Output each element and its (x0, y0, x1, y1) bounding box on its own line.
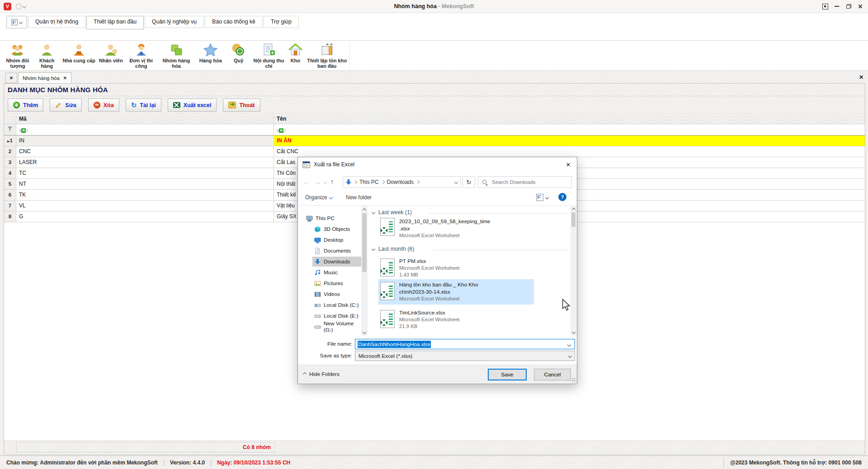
minimize-button[interactable] (831, 0, 843, 12)
breadcrumb-downloads[interactable]: Downloads (387, 179, 414, 185)
cancel-button[interactable]: Cancel (534, 369, 571, 380)
scrollbar-thumb[interactable] (362, 213, 367, 272)
tai-lai-button[interactable]: ↻Tải lại (126, 98, 161, 112)
sua-button[interactable]: Sửa (50, 98, 81, 112)
file-name: .xlsx (399, 225, 410, 232)
new-folder-button[interactable]: New folder (346, 194, 372, 201)
ribbon-item-kho[interactable]: Kho (287, 42, 303, 69)
breadcrumb-this-pc[interactable]: This PC (359, 179, 379, 185)
ribbon-tab-quan-tri-he-thong[interactable]: Quản trị hệ thống (28, 16, 85, 28)
them-button[interactable]: Thêm (8, 98, 43, 112)
breadcrumb-separator-icon (354, 180, 357, 184)
recent-locations-chevron-icon[interactable] (324, 180, 327, 184)
address-dropdown-icon[interactable] (454, 180, 458, 184)
cell-ma[interactable]: LASER (16, 157, 274, 168)
grid-filter-cell-ma[interactable]: aBc (16, 124, 274, 136)
tabstrip-close-left-button[interactable]: ✕ (5, 73, 17, 83)
ribbon-tab-bao-cao-thong-ke[interactable]: Báo cáo thống kê (205, 16, 263, 28)
list-item-selected[interactable]: Hàng tồn kho ban đầu _ Kho Kho chính2023… (378, 279, 534, 305)
file-name-input[interactable]: DanhSachNhomHangHoa.xlsx (355, 339, 575, 349)
ribbon-tab-tro-giup[interactable]: Trợ giúp (264, 16, 299, 28)
sidebar-item-new-volume-g[interactable]: New Volume (G:) (312, 322, 364, 332)
sidebar-scrollbar[interactable] (361, 206, 368, 336)
document-tabstrip: ✕ Nhóm hàng hóa ✕ ✕ (0, 71, 868, 83)
save-as-type-label: Save as type: (298, 352, 352, 359)
xoa-button[interactable]: Xóa (88, 98, 119, 112)
people-group-icon (10, 42, 25, 57)
ribbon-item-nhom-doi-tuong[interactable]: Nhóm đối tượng (4, 42, 32, 69)
sidebar-item-desktop[interactable]: Desktop (312, 235, 364, 245)
filelist-scrollbar[interactable] (571, 206, 576, 336)
fullscreen-icon (822, 4, 828, 9)
view-mode-button[interactable] (536, 194, 548, 201)
sidebar-item-local-disk-e[interactable]: Local Disk (E:) (312, 311, 364, 321)
cell-ten[interactable]: Cắt CNC (274, 146, 865, 157)
file-group-last-month[interactable]: Last month (6) (372, 246, 414, 252)
document-tab-nhom-hang-hoa[interactable]: Nhóm hàng hóa ✕ (18, 72, 71, 83)
organize-menu[interactable]: Organize (305, 194, 332, 201)
hide-folders-button[interactable]: Hide Folders (303, 371, 340, 377)
ribbon-item-quy[interactable]: Quỹ (227, 42, 250, 69)
grid-column-header-ma[interactable]: Mã (16, 114, 274, 124)
fullscreen-button[interactable] (819, 0, 831, 12)
scrollbar-thumb[interactable] (571, 212, 576, 227)
sidebar-item-music[interactable]: Music (312, 267, 364, 277)
sidebar-item-3d-objects[interactable]: 3D Objects (312, 224, 364, 234)
scroll-down-icon[interactable] (571, 330, 576, 336)
sidebar-item-local-disk-c[interactable]: Local Disk (C:) (312, 300, 364, 310)
tabstrip-close-right-button[interactable]: ✕ (856, 72, 866, 82)
search-input[interactable] (491, 179, 561, 185)
ribbon-item-noi-dung-thu-chi[interactable]: Nội dung thu chi (253, 42, 285, 69)
sidebar-item-documents[interactable]: Documents (312, 246, 364, 256)
ribbon-item-thiet-lap-ton-kho[interactable]: Thiết lập tồn kho ban đầu (306, 42, 348, 69)
ribbon-item-hang-hoa[interactable]: Hàng hóa (197, 42, 225, 69)
chevron-down-icon[interactable] (567, 343, 571, 347)
grid-filter-cell-ten[interactable]: aBc (274, 124, 865, 136)
cell-ma[interactable]: IN (16, 136, 274, 146)
cell-ma[interactable]: TK (16, 190, 274, 201)
save-button[interactable]: Save (488, 369, 527, 380)
sidebar-item-downloads[interactable]: Downloads (312, 257, 364, 267)
ribbon-tab-quan-ly-nghiep-vu[interactable]: Quản lý nghiệp vụ (145, 16, 204, 28)
ribbon-item-khach-hang[interactable]: Khách hàng (34, 42, 60, 69)
ribbon-item-don-vi-thi-cong[interactable]: Đơn vị thi công (126, 42, 156, 69)
list-item[interactable]: 2023_10_02_09_59_58_keeping_time .xlsx M… (378, 217, 534, 242)
cell-ma[interactable]: NT (16, 179, 274, 190)
sidebar-item-this-pc[interactable]: This PC (304, 213, 361, 223)
restore-button[interactable] (843, 0, 854, 12)
cell-ten[interactable]: IN ẤN (274, 136, 865, 146)
thoat-button[interactable]: ➜Thoát (223, 98, 260, 112)
up-button[interactable]: ↑ (330, 178, 334, 185)
sidebar-item-videos[interactable]: Videos (312, 289, 364, 299)
ribbon-tab-thiet-lap-ban-dau[interactable]: Thiết lập ban đầu (86, 16, 144, 29)
cell-ma[interactable]: G (16, 211, 274, 222)
scroll-down-icon[interactable] (361, 329, 368, 336)
ribbon-item-nhan-vien[interactable]: Nhân viên (98, 42, 124, 69)
group-label: Last month (6) (378, 246, 414, 252)
close-icon[interactable]: ✕ (63, 75, 67, 80)
close-button[interactable]: ✕ (854, 0, 866, 12)
list-item[interactable]: TimLinkSource.xlsx Microsoft Excel Works… (378, 307, 534, 331)
dialog-close-button[interactable]: ✕ (560, 157, 577, 172)
xuat-excel-button[interactable]: Xuất excel (168, 98, 217, 112)
grid-column-header-ten[interactable]: Tên (274, 114, 865, 124)
refresh-button[interactable]: ↻ (462, 176, 475, 188)
resize-grip[interactable] (571, 378, 576, 382)
ribbon-app-button[interactable] (6, 16, 27, 28)
save-as-type-select[interactable]: Microsoft Excel (*.xlsx) (355, 351, 575, 361)
forward-button[interactable]: → (314, 178, 321, 186)
ribbon-item-nhom-hang-hoa[interactable]: Nhóm hàng hóa (158, 42, 194, 69)
help-button[interactable]: ? (558, 193, 566, 201)
address-bar[interactable]: This PC Downloads (343, 176, 461, 188)
scroll-up-icon[interactable] (361, 206, 368, 212)
back-button[interactable]: ← (303, 178, 310, 186)
scroll-up-icon[interactable] (571, 206, 576, 212)
search-box[interactable] (478, 176, 572, 188)
cell-ma[interactable]: VL (16, 201, 274, 211)
file-group-last-week[interactable]: Last week (1) (372, 209, 412, 216)
cell-ma[interactable]: TC (16, 168, 274, 179)
list-item[interactable]: PT PM.xlsx Microsoft Excel Worksheet 1.4… (378, 257, 534, 280)
cell-ma[interactable]: CNC (16, 146, 274, 157)
ribbon-item-nha-cung-cap[interactable]: Nhà cung cấp (62, 42, 96, 69)
sidebar-item-pictures[interactable]: Pictures (312, 278, 364, 288)
